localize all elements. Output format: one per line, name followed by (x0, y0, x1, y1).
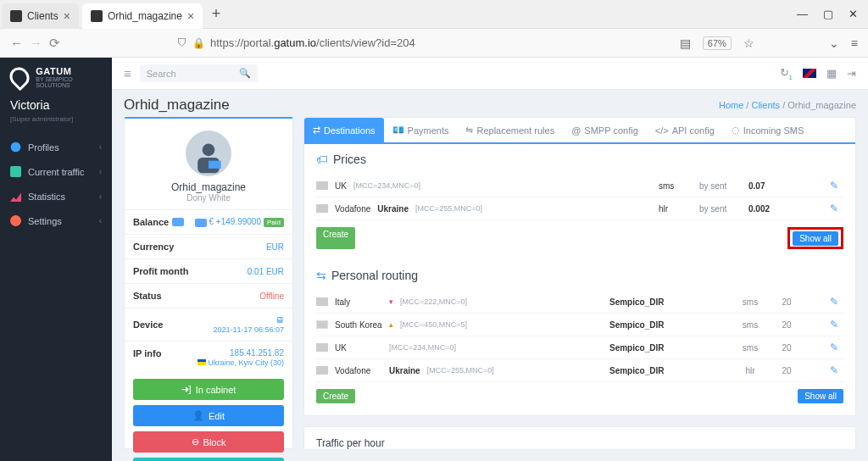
currency-value: EUR (266, 242, 284, 252)
edit-icon[interactable]: ✎ (830, 364, 843, 376)
lock-icon[interactable]: 🔒 (192, 37, 205, 49)
sidebar-user: Victoria (0, 97, 112, 115)
tab-incoming[interactable]: ◌Incoming SMS (723, 118, 813, 142)
paid-badge: Paid (264, 218, 284, 227)
reload-icon[interactable]: ⟳ (49, 36, 60, 51)
edit-icon[interactable]: ✎ (830, 203, 843, 214)
search-input[interactable]: Search 🔍 (140, 64, 258, 82)
chevron-left-icon: ‹ (99, 167, 102, 176)
browser-toolbar: ← → ⟳ ⛉ 🔒 https://portal.gatum.io/client… (0, 29, 868, 58)
reader-icon[interactable]: ▤ (680, 36, 691, 50)
forward-icon[interactable]: → (30, 36, 42, 51)
sidebar-item-settings[interactable]: Settings‹ (0, 208, 112, 233)
close-icon[interactable]: × (187, 9, 194, 23)
flag-gb-icon (316, 343, 328, 352)
block-button[interactable]: ⊖Block (133, 431, 284, 453)
zoom-indicator[interactable]: 67% (703, 36, 732, 50)
new-tab-button[interactable]: + (204, 5, 228, 23)
hamburger-icon[interactable]: ≡ (124, 66, 131, 81)
minimize-icon[interactable]: — (797, 8, 808, 20)
profit-value: 0.01 EUR (248, 267, 284, 276)
breadcrumb-clients[interactable]: Clients (751, 100, 780, 110)
route-row: Vodafone Ukraine [MCC=255,MNC=0] Sempico… (316, 359, 843, 382)
show-all-prices-button[interactable]: Show all (793, 231, 838, 246)
cabinet-button[interactable]: ➜]In cabinet (133, 379, 284, 400)
app-topbar: ≡ Search 🔍 ↻1 ▦ ⇥ (112, 58, 868, 90)
edit-icon[interactable]: ✎ (830, 319, 843, 330)
sidebar-item-current-traffic[interactable]: Current traffic‹ (0, 159, 112, 184)
panel-tabs: ⇄Destinations 💶Payments ⇋Replacement rul… (304, 118, 855, 143)
traffic-panel: Traffic per hour (303, 426, 856, 449)
sidebar-item-statistics[interactable]: Statistics‹ (0, 184, 112, 208)
tab-orhid[interactable]: Orhid_magazine × (82, 3, 203, 29)
logout-icon[interactable]: ⇥ (847, 67, 856, 80)
create-route-button[interactable]: Create (316, 389, 355, 403)
shield-icon[interactable]: ⛉ (177, 37, 187, 49)
breadcrumb-home[interactable]: Home (719, 100, 743, 110)
client-contact: Dony White (131, 193, 286, 203)
create-price-button[interactable]: Create (316, 227, 355, 249)
favicon-icon (10, 10, 22, 22)
tab-replacement[interactable]: ⇋Replacement rules (457, 118, 563, 142)
ip-geo[interactable]: Ukraine, Kyiv City (30) (208, 358, 284, 367)
breadcrumb-current: Orhid_magazine (787, 100, 856, 110)
grid-icon[interactable]: ▦ (826, 67, 837, 80)
sidebar-item-profiles[interactable]: Profiles‹ (0, 135, 112, 159)
close-window-icon[interactable]: ✕ (849, 8, 858, 20)
ip-value[interactable]: 185.41.251.82 (230, 348, 284, 358)
browser-tabstrip: Clients × Orhid_magazine × + — ▢ ✕ (0, 0, 868, 29)
device-timestamp: 2021-11-17 06:56:07 (213, 325, 284, 334)
balance-value[interactable]: € +149.99000 (209, 217, 261, 226)
edit-icon[interactable]: ✎ (830, 180, 843, 192)
show-all-routes-button[interactable]: Show all (798, 389, 843, 403)
language-flag-icon[interactable] (803, 69, 816, 78)
highlight-annotation: Show all (787, 227, 843, 249)
price-row: Vodafone Ukraine [MCC=255,MNC=0] hlr by … (316, 197, 843, 220)
history-button[interactable]: ↻History (133, 458, 284, 461)
price-tag-icon: 🏷 (316, 153, 328, 166)
user-icon (10, 142, 21, 153)
tab-smpp[interactable]: @SMPP config (563, 118, 647, 142)
edit-button[interactable]: 👤Edit (133, 405, 284, 426)
flag-icon (316, 204, 328, 213)
block-icon: ⊖ (192, 436, 199, 447)
route-row: South Korea ▴ [MCC=450,MNC=5] Sempico_DI… (316, 314, 843, 336)
search-icon: 🔍 (239, 68, 251, 79)
star-icon[interactable]: ☆ (743, 36, 754, 50)
maximize-icon[interactable]: ▢ (823, 8, 833, 20)
menu-icon[interactable]: ≡ (851, 36, 858, 50)
route-row: Italy ▾ [MCC=222,MNC=0] Sempico_DIR sms … (316, 291, 843, 314)
edit-icon[interactable]: ✎ (830, 296, 843, 308)
gear-icon (10, 215, 21, 226)
route-row: UK [MCC=234,MNC=0] Sempico_DIR sms 20 ✎ (316, 336, 843, 359)
tab-label: Orhid_magazine (108, 10, 182, 22)
refresh-icon[interactable]: ↻1 (780, 66, 793, 81)
tab-api[interactable]: </>API config (647, 118, 723, 142)
routing-section: ⇆Personal routing Italy ▾ [MCC=222,MNC=0… (304, 260, 855, 415)
flag-kr-icon (316, 320, 328, 329)
back-icon[interactable]: ← (10, 36, 23, 51)
destinations-panel: ⇄Destinations 💶Payments ⇋Replacement rul… (303, 117, 856, 416)
login-icon: ➜] (181, 384, 192, 395)
chevron-left-icon: ‹ (99, 142, 102, 152)
tab-payments[interactable]: 💶Payments (384, 118, 458, 142)
code-icon: </> (655, 125, 669, 136)
url-bar[interactable]: https://portal.gatum.io/clients/view?id=… (210, 36, 673, 49)
pocket-icon[interactable]: ⌄ (829, 36, 839, 50)
route-icon: ⇄ (313, 125, 320, 136)
sidebar-role: [Super administrator] (0, 115, 112, 135)
favicon-icon (91, 10, 103, 22)
page-title: Orhid_magazine (124, 97, 230, 114)
flag-gb-icon (316, 181, 328, 190)
flag-ua-icon (198, 359, 206, 365)
close-icon[interactable]: × (64, 9, 70, 23)
tab-destinations[interactable]: ⇄Destinations (304, 118, 384, 142)
status-value: Offline (259, 292, 284, 301)
edit-icon[interactable]: ✎ (830, 342, 843, 353)
tab-clients[interactable]: Clients × (2, 3, 79, 29)
logo[interactable]: GATUM BY SEMPICO SOLUTIONS (0, 58, 112, 97)
flag-icon (316, 366, 328, 375)
client-name: Orhid_magazine (131, 181, 286, 193)
chart-icon (10, 191, 21, 202)
flag-it-icon (316, 297, 328, 306)
